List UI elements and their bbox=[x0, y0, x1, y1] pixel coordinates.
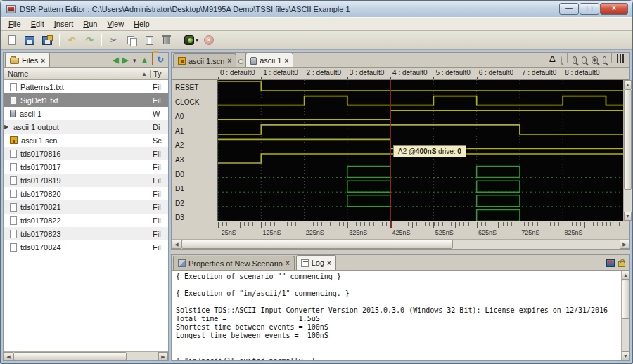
close-tab-icon[interactable]: × bbox=[227, 57, 231, 65]
save-log-icon[interactable] bbox=[606, 259, 615, 267]
scroll-up-icon[interactable]: ▲ bbox=[622, 271, 629, 280]
undo-button[interactable]: ↶ bbox=[64, 33, 79, 48]
file-name: tds0170824 bbox=[20, 243, 153, 252]
columns-icon[interactable] bbox=[617, 54, 625, 63]
scroll-right-icon[interactable]: ▶ bbox=[620, 240, 629, 249]
redo-button[interactable]: ↷ bbox=[82, 33, 97, 48]
column-header-type[interactable]: Ty bbox=[150, 70, 168, 78]
ruler-major-tick bbox=[326, 222, 326, 228]
menu-run[interactable]: Run bbox=[78, 18, 102, 30]
menu-insert[interactable]: Insert bbox=[49, 18, 79, 30]
panel-splitter[interactable]: ······· bbox=[171, 249, 630, 254]
signal-label-d2: D2 bbox=[175, 200, 184, 207]
save-button[interactable] bbox=[22, 33, 37, 48]
expand-icon[interactable]: ▶ bbox=[4, 124, 10, 130]
menu-view[interactable]: View bbox=[102, 18, 129, 30]
file-row[interactable]: ascii 1.scnSc bbox=[4, 134, 168, 147]
close-tab-icon[interactable]: × bbox=[41, 57, 45, 65]
zoom-out-icon[interactable]: − bbox=[582, 52, 587, 65]
paste-icon bbox=[146, 36, 153, 45]
log-panel: Properties of New Scenario×Log× { Execut… bbox=[171, 254, 630, 361]
file-row[interactable]: tds0170824Fil bbox=[4, 240, 168, 254]
file-row[interactable]: Patterns1.txtFil bbox=[4, 80, 168, 93]
cycle-header-label: 4 : default0 bbox=[392, 69, 427, 77]
tab-files[interactable]: Files × bbox=[5, 53, 50, 67]
file-icon bbox=[10, 176, 17, 185]
file-row[interactable]: tds0170821Fil bbox=[4, 200, 168, 214]
up-icon[interactable]: ▲ bbox=[141, 53, 148, 65]
cut-button[interactable]: ✂ bbox=[106, 33, 122, 48]
cycle-tick bbox=[261, 77, 262, 79]
file-row[interactable]: ▶ascii 1 outputDi bbox=[4, 120, 168, 134]
scroll-down-icon[interactable]: ▼ bbox=[624, 212, 632, 221]
file-row[interactable]: tds0170817Fil bbox=[4, 160, 168, 174]
tab-ascii-1[interactable]: ascii 1× bbox=[245, 53, 293, 67]
scroll-right-icon[interactable]: ▶ bbox=[158, 352, 168, 360]
refresh-icon[interactable]: ↻ bbox=[157, 53, 164, 65]
new-file-button[interactable] bbox=[4, 33, 20, 48]
scroll-up-icon[interactable]: ▲ bbox=[624, 80, 632, 89]
file-icon bbox=[10, 216, 17, 225]
scrollbar-thumb[interactable] bbox=[13, 352, 127, 360]
close-tab-icon[interactable]: × bbox=[286, 259, 290, 267]
menu-edit[interactable]: Edit bbox=[26, 18, 49, 30]
save-all-button[interactable] bbox=[39, 33, 55, 48]
inspect-icon[interactable] bbox=[561, 52, 562, 65]
cycle-header-label: 5 : default0 bbox=[435, 69, 470, 77]
zoom-in-icon[interactable]: + bbox=[573, 52, 577, 65]
delete-button[interactable] bbox=[159, 33, 174, 48]
close-button[interactable]: × bbox=[600, 3, 628, 15]
file-name: SigDef1.txt bbox=[20, 96, 153, 105]
files-panel: Files × ◀▶▼▲↻ Name ▲ Ty Patterns1.txtFil… bbox=[3, 52, 169, 361]
app-window: DSR Pattern Editor : C:\Users\Administra… bbox=[0, 0, 633, 364]
waveform-vertical-scrollbar[interactable]: ▲ ▼ bbox=[623, 80, 632, 221]
ruler-label: 825nS bbox=[558, 229, 589, 236]
scroll-left-icon[interactable]: ◀ bbox=[172, 240, 181, 249]
back-icon[interactable]: ◀ bbox=[113, 53, 118, 65]
file-row[interactable]: tds0170823Fil bbox=[4, 227, 168, 240]
toolbar-separator bbox=[179, 34, 179, 46]
tab-ascii-1-scn[interactable]: ascii 1.scn× bbox=[173, 53, 236, 67]
log-vertical-scrollbar[interactable]: ▲ ▼ bbox=[621, 271, 629, 360]
scrollbar-thumb[interactable] bbox=[181, 240, 453, 249]
file-row[interactable]: tds0170822Fil bbox=[4, 214, 168, 227]
stop-button[interactable]: × bbox=[201, 33, 217, 48]
close-tab-icon[interactable]: × bbox=[327, 259, 331, 267]
menu-file[interactable]: File bbox=[4, 18, 26, 30]
scrollbar-thumb[interactable] bbox=[624, 89, 632, 190]
redo-icon: ↷ bbox=[86, 36, 94, 45]
copy-button[interactable] bbox=[124, 33, 139, 48]
menu-help[interactable]: Help bbox=[129, 18, 155, 30]
waveform-tooltip: A2 @400nS drive: 0 bbox=[393, 145, 466, 157]
dropdown-icon[interactable]: ▼ bbox=[132, 53, 137, 65]
zoom-fit-icon[interactable]: ∗ bbox=[592, 52, 598, 65]
file-type: Fil bbox=[153, 83, 168, 91]
zoom-region-icon[interactable]: · bbox=[603, 52, 606, 65]
run-button[interactable]: ▾ bbox=[184, 33, 199, 48]
forward-icon[interactable]: ▶ bbox=[122, 53, 128, 65]
paste-button[interactable] bbox=[141, 33, 157, 48]
tab-properties-of-new-scenario[interactable]: Properties of New Scenario× bbox=[173, 256, 295, 270]
files-horizontal-scrollbar[interactable]: ◀ ▶ bbox=[4, 351, 168, 360]
file-row[interactable]: SigDef1.txtFil bbox=[4, 93, 168, 107]
scroll-down-icon[interactable]: ▼ bbox=[622, 351, 629, 360]
delta-icon[interactable]: Δ bbox=[549, 52, 556, 65]
scrollbar-thumb[interactable] bbox=[622, 280, 629, 319]
file-row[interactable]: tds0170820Fil bbox=[4, 187, 168, 200]
cycle-tick bbox=[563, 77, 563, 79]
scroll-left-icon[interactable]: ◀ bbox=[4, 352, 13, 360]
new-folder-icon[interactable] bbox=[152, 53, 153, 65]
minimize-button[interactable]: — bbox=[559, 3, 579, 15]
close-tab-icon[interactable]: × bbox=[284, 57, 288, 65]
pulse-d0 bbox=[477, 167, 520, 178]
waveform-plot[interactable]: A2 @400nS drive: 0 bbox=[218, 80, 623, 221]
ruler-major-tick bbox=[305, 222, 305, 228]
file-row[interactable]: ascii 1W bbox=[4, 107, 168, 120]
lock-icon[interactable] bbox=[618, 261, 625, 267]
column-header-name[interactable]: Name ▲ bbox=[4, 70, 150, 78]
file-row[interactable]: tds0170816Fil bbox=[4, 147, 168, 160]
tab-log[interactable]: Log× bbox=[296, 255, 336, 270]
file-row[interactable]: tds0170819Fil bbox=[4, 174, 168, 187]
waveform-horizontal-scrollbar[interactable]: ◀ ▶ bbox=[172, 239, 629, 249]
maximize-button[interactable]: ▢ bbox=[580, 3, 599, 15]
